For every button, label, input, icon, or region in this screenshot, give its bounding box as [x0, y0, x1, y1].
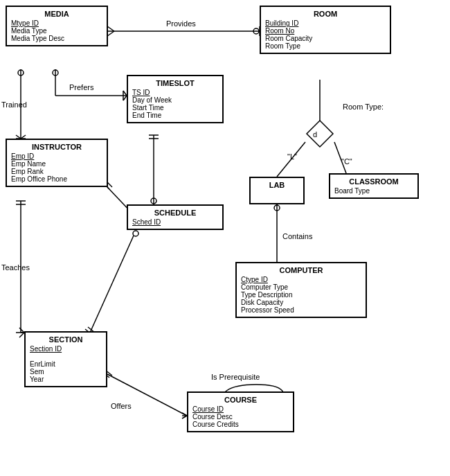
- course-entity: COURSE Course ID Course Desc Course Cred…: [187, 391, 294, 432]
- instructor-title: INSTRUCTOR: [11, 143, 102, 151]
- media-title: MEDIA: [11, 10, 102, 18]
- classroom-title: CLASSROOM: [334, 177, 413, 186]
- room-type-label: Room Type:: [343, 103, 384, 111]
- computer-title: COMPUTER: [241, 266, 361, 274]
- section-entity: SECTION Section ID EnrLimit Sem Year: [24, 331, 107, 387]
- svg-line-2: [107, 31, 114, 36]
- schedule-entity: SCHEDULE Sched ID: [127, 204, 224, 230]
- section-title: SECTION: [30, 335, 102, 344]
- room-title: ROOM: [265, 10, 386, 18]
- instructor-attr-2: Emp Name: [11, 160, 102, 168]
- instructor-attr-4: Emp Office Phone: [11, 175, 102, 183]
- media-attr-3: Media Type Desc: [11, 35, 102, 42]
- room-attr-3: Room Capacity: [265, 35, 386, 42]
- section-attr-4: Year: [30, 376, 102, 383]
- timeslot-entity: TIMESLOT TS ID Day of Week Start Time En…: [127, 75, 224, 123]
- timeslot-attr-1: TS ID: [132, 89, 218, 96]
- classroom-attr-1: Board Type: [334, 187, 413, 195]
- svg-text:d: d: [313, 130, 317, 139]
- media-attr-2: Media Type: [11, 27, 102, 35]
- lab-entity: LAB: [249, 177, 305, 204]
- computer-attr-4: Disk Capacity: [241, 299, 361, 306]
- course-attr-3: Course Credits: [192, 421, 289, 428]
- section-attr-2: EnrLimit: [30, 360, 102, 368]
- timeslot-attr-3: Start Time: [132, 104, 218, 112]
- section-attr-3: Sem: [30, 368, 102, 376]
- schedule-attr-1: Sched ID: [132, 218, 218, 226]
- room-attr-1: Building ID: [265, 19, 386, 27]
- provides-label: Provides: [166, 19, 196, 28]
- svg-marker-53: [307, 121, 333, 147]
- trained-label: Trained: [1, 100, 27, 109]
- er-diagram: Provides Prefers Trained: [0, 0, 450, 476]
- svg-point-37: [133, 231, 138, 236]
- instructor-entity: INSTRUCTOR Emp ID Emp Name Emp Rank Emp …: [6, 139, 108, 187]
- computer-entity: COMPUTER Ctype ID Computer Type Type Des…: [235, 262, 367, 318]
- computer-attr-1: Ctype ID: [241, 276, 361, 283]
- media-entity: MEDIA Mtype ID Media Type Media Type Des…: [6, 6, 108, 46]
- discriminator-diamond: d: [305, 119, 334, 148]
- instructor-attr-3: Emp Rank: [11, 168, 102, 175]
- computer-attr-3: Type Description: [241, 291, 361, 299]
- svg-line-1: [107, 26, 114, 31]
- computer-attr-2: Computer Type: [241, 283, 361, 291]
- room-attr-2: Room No: [265, 27, 386, 35]
- room-entity: ROOM Building ID Room No Room Capacity R…: [260, 6, 391, 54]
- offers-label: Offers: [111, 402, 132, 410]
- computer-attr-5: Processor Speed: [241, 306, 361, 314]
- course-attr-1: Course ID: [192, 405, 289, 413]
- timeslot-attr-4: End Time: [132, 112, 218, 119]
- svg-line-33: [19, 328, 24, 333]
- lab-title: LAB: [255, 181, 299, 189]
- section-attr-spacer: [30, 353, 102, 360]
- room-attr-4: Room Type: [265, 42, 386, 50]
- svg-line-34: [19, 333, 24, 337]
- classroom-entity: CLASSROOM Board Type: [329, 173, 419, 199]
- timeslot-attr-2: Day of Week: [132, 96, 218, 104]
- media-attr-1: Mtype ID: [11, 19, 102, 27]
- c-label: "C": [341, 157, 352, 166]
- instructor-attr-1: Emp ID: [11, 152, 102, 160]
- svg-line-36: [90, 236, 134, 333]
- prefers-label: Prefers: [69, 83, 94, 91]
- is-prerequisite-label: Is Prerequisite: [211, 373, 260, 381]
- course-title: COURSE: [192, 396, 289, 404]
- timeslot-title: TIMESLOT: [132, 79, 218, 87]
- course-attr-2: Course Desc: [192, 413, 289, 421]
- l-label: "L": [287, 152, 297, 161]
- schedule-title: SCHEDULE: [132, 209, 218, 217]
- contains-label: Contains: [282, 232, 313, 240]
- teaches-label: Teaches: [1, 263, 30, 272]
- section-attr-1: Section ID: [30, 345, 102, 353]
